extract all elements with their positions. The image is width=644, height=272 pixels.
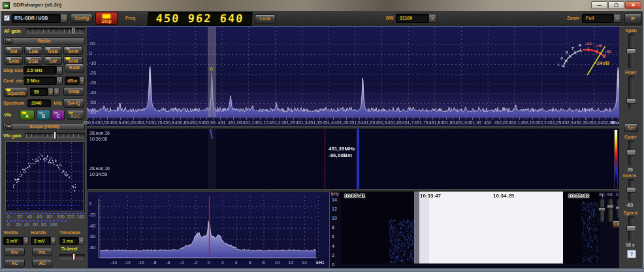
- rf-spectrum-display[interactable]: [87, 27, 622, 117]
- mode-button-am[interactable]: AM: [5, 46, 23, 55]
- contr-slider-thumb[interactable]: [626, 150, 636, 156]
- rf-waterfall-canvas[interactable]: [87, 129, 622, 189]
- intens-slider[interactable]: [628, 179, 634, 201]
- source-dropdown-arrow-icon[interactable]: ▼: [60, 14, 68, 23]
- tr-level-slider[interactable]: [59, 254, 85, 260]
- hor-div-arrow-icon[interactable]: ▼: [50, 237, 56, 245]
- swiq-button[interactable]: Sw-IQ: [63, 98, 84, 108]
- ver-div-arrow-icon[interactable]: ▼: [23, 237, 29, 245]
- tr-level-slider-thumb[interactable]: [72, 253, 76, 260]
- cent-step-select[interactable]: 2 Mhz: [24, 76, 56, 85]
- floor-slider-thumb[interactable]: [626, 98, 636, 104]
- if-spectrum-display[interactable]: [98, 194, 319, 262]
- intens-label: Intens: [623, 173, 637, 178]
- floor-slider[interactable]: [628, 76, 634, 109]
- audio-sp-thumb[interactable]: [598, 207, 605, 211]
- timebase-select[interactable]: 1 ms: [59, 237, 78, 245]
- bw-select[interactable]: 31100: [396, 14, 428, 23]
- radio-panel-header[interactable]: Radio: [3, 37, 85, 44]
- audio-waterfall[interactable]: 10:07:4110:33:4710:34:2510:35:02: [341, 192, 600, 264]
- radio-collapse-button[interactable]: −: [5, 39, 12, 44]
- scope-panel-header[interactable]: Scope (/1000): [3, 123, 85, 130]
- ver-div-select[interactable]: 1 mV: [3, 237, 23, 245]
- config-button[interactable]: Config: [71, 14, 93, 23]
- source-checkbox[interactable]: ✓: [4, 15, 10, 21]
- af-gain-slider-thumb[interactable]: [72, 27, 75, 35]
- squelch-value[interactable]: 50: [30, 88, 48, 96]
- squelch-up-icon[interactable]: ▲: [48, 88, 54, 96]
- rf-waterfall[interactable]: 28.ноя.16 10:35:08 28.ноя.16 10:34:59 45…: [87, 129, 622, 189]
- scope-axis1-label: 0: [7, 214, 10, 219]
- mode-button-usb[interactable]: USB: [44, 46, 62, 55]
- if-db-label: -80: [89, 245, 95, 250]
- ac-button-2[interactable]: AC: [32, 259, 52, 267]
- span-slider[interactable]: [628, 34, 634, 68]
- raw-button[interactable]: RAW: [65, 63, 84, 73]
- mode-button-lsb[interactable]: LSB: [24, 46, 42, 55]
- bw-label: BW: [386, 16, 394, 20]
- zoom-dropdown-arrow-icon[interactable]: ▼: [613, 14, 621, 23]
- mode-button-wfm[interactable]: wFM: [63, 46, 83, 55]
- scope-collapse-button[interactable]: −: [5, 124, 12, 129]
- freq-tick-label: 452,2: [535, 120, 547, 125]
- mode-label: wFM: [68, 49, 78, 54]
- audio-timestamp: 10:33:47: [420, 193, 441, 199]
- close-button[interactable]: ✕: [625, 1, 641, 9]
- ac-button-1[interactable]: AC: [5, 259, 25, 267]
- dbm-select[interactable]: dBm: [65, 76, 79, 85]
- if-freq-label: 12: [288, 260, 293, 265]
- dbm-arrow-icon[interactable]: ▼: [79, 76, 85, 85]
- bw-dropdown-arrow-icon[interactable]: ▼: [428, 14, 436, 23]
- hor-div-select[interactable]: 2 mV: [31, 237, 50, 245]
- speed-slider[interactable]: [628, 216, 634, 241]
- waterfall-color-legend: [614, 129, 618, 188]
- rf-db-label: -40: [89, 90, 96, 95]
- zoom-select[interactable]: Full: [582, 14, 613, 23]
- if-button[interactable]: IF: [624, 13, 641, 24]
- step-size-select[interactable]: 2.5 kHz: [24, 66, 56, 75]
- audio-int-slider[interactable]: [608, 198, 613, 222]
- cent-step-arrow-icon[interactable]: ▼: [56, 76, 63, 85]
- lock-button[interactable]: Lock: [255, 14, 276, 24]
- vfo-c-button[interactable]: C: [52, 110, 65, 120]
- vfo-gain-slider-thumb[interactable]: [54, 131, 57, 139]
- af-gain-slider[interactable]: [26, 28, 85, 34]
- maximize-button[interactable]: ▢: [608, 1, 624, 9]
- minimize-button[interactable]: —: [591, 1, 607, 9]
- contr-slider[interactable]: [628, 141, 634, 165]
- scope-axis2-label: 80: [41, 222, 46, 227]
- vfo-b-button[interactable]: B: [37, 110, 50, 120]
- inv-button-1[interactable]: Inv.: [5, 248, 25, 256]
- frequency-display[interactable]: 450 962 640: [147, 12, 253, 26]
- stop-button[interactable]: Stop: [95, 12, 118, 25]
- vfo-gain-slider[interactable]: [25, 133, 85, 139]
- scope-axis1-label: 120: [67, 214, 74, 219]
- mode-button-sam[interactable]: SAM: [5, 56, 23, 65]
- intens-slider-thumb[interactable]: [626, 187, 636, 193]
- timebase-arrow-icon[interactable]: ▼: [78, 237, 84, 245]
- audio-int-thumb[interactable]: [607, 205, 614, 209]
- set-button[interactable]: Set: [624, 124, 638, 132]
- titlebar[interactable]: SDRsharper (v0.3h) — ▢ ✕: [0, 0, 644, 12]
- audio-waterfall-canvas[interactable]: [341, 192, 600, 264]
- if-db-label: -40: [89, 224, 95, 228]
- speed-slider-thumb[interactable]: [626, 226, 636, 231]
- squelch-down-icon[interactable]: ▼: [54, 88, 59, 96]
- span-slider-thumb[interactable]: [626, 48, 636, 54]
- mode-button-dsb[interactable]: DSB: [24, 56, 42, 65]
- vfo-a-button[interactable]: A: [20, 110, 35, 120]
- step-size-arrow-icon[interactable]: ▼: [56, 66, 63, 75]
- if-db-label: 0: [89, 201, 91, 206]
- help-button[interactable]: ?: [627, 250, 636, 258]
- vfo-a-label: A: [25, 114, 29, 118]
- mode-button-cw[interactable]: CW: [44, 56, 62, 65]
- inv-button-2[interactable]: Inv.: [32, 248, 52, 256]
- source-select[interactable]: RTL-SDR / USB: [12, 14, 60, 23]
- floor-label: Floor: [625, 70, 637, 75]
- agc-button[interactable]: AGC: [67, 110, 84, 120]
- spectrum-value[interactable]: 2040: [27, 99, 51, 107]
- snap-button[interactable]: Snap: [63, 87, 84, 96]
- audio-sp-slider[interactable]: [600, 198, 604, 222]
- squelch-button[interactable]: Squelch: [4, 87, 28, 97]
- if-freq-label: -14: [110, 260, 117, 265]
